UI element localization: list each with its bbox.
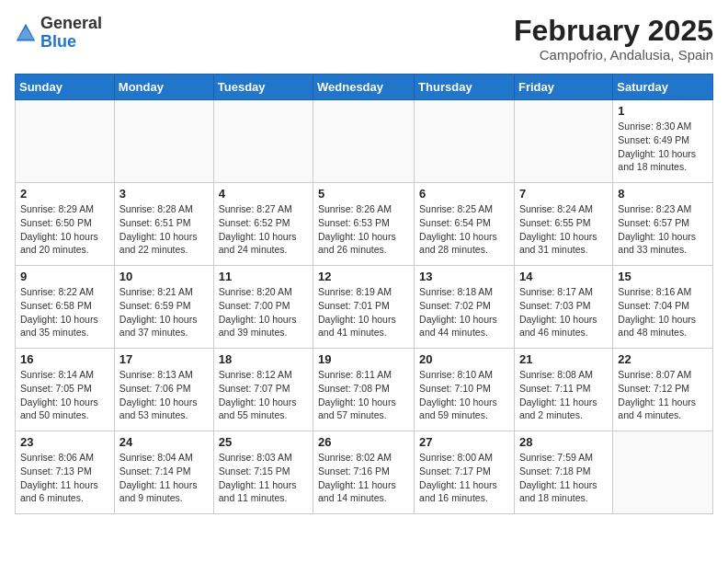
logo-blue: Blue: [40, 32, 76, 51]
day-number: 21: [519, 352, 608, 366]
calendar-subtitle: Campofrio, Andalusia, Spain: [514, 47, 713, 63]
day-number: 11: [219, 270, 308, 283]
day-info: Sunrise: 8:17 AM Sunset: 7:03 PM Dayligh…: [519, 285, 608, 339]
day-info: Sunrise: 8:23 AM Sunset: 6:57 PM Dayligh…: [618, 202, 708, 257]
day-info: Sunrise: 8:16 AM Sunset: 7:04 PM Dayligh…: [618, 285, 708, 339]
day-info: Sunrise: 8:11 AM Sunset: 7:08 PM Dayligh…: [318, 368, 409, 422]
day-info: Sunrise: 7:59 AM Sunset: 7:18 PM Dayligh…: [519, 451, 608, 505]
day-number: 6: [419, 187, 509, 201]
day-number: 1: [618, 104, 708, 118]
column-header-sunday: Sunday: [16, 75, 115, 100]
calendar-cell: 6Sunrise: 8:25 AM Sunset: 6:54 PM Daylig…: [415, 183, 515, 266]
day-info: Sunrise: 8:13 AM Sunset: 7:06 PM Dayligh…: [119, 368, 209, 422]
calendar-cell: 16Sunrise: 8:14 AM Sunset: 7:05 PM Dayli…: [16, 349, 115, 431]
calendar-title: February 2025: [514, 15, 713, 47]
day-number: 10: [119, 270, 209, 283]
day-number: 22: [618, 352, 708, 366]
calendar-header: SundayMondayTuesdayWednesdayThursdayFrid…: [16, 75, 713, 100]
column-header-saturday: Saturday: [613, 75, 713, 100]
day-info: Sunrise: 8:28 AM Sunset: 6:51 PM Dayligh…: [119, 202, 209, 257]
calendar-cell: 13Sunrise: 8:18 AM Sunset: 7:02 PM Dayli…: [415, 266, 515, 349]
calendar-body: 1Sunrise: 8:30 AM Sunset: 6:49 PM Daylig…: [16, 100, 713, 514]
calendar-cell: 26Sunrise: 8:02 AM Sunset: 7:16 PM Dayli…: [313, 431, 415, 514]
day-info: Sunrise: 8:12 AM Sunset: 7:07 PM Dayligh…: [219, 368, 308, 422]
week-row-4: 16Sunrise: 8:14 AM Sunset: 7:05 PM Dayli…: [16, 349, 713, 431]
svg-marker-1: [17, 27, 33, 40]
calendar-cell: [213, 100, 313, 183]
day-number: 19: [318, 352, 409, 366]
day-info: Sunrise: 8:20 AM Sunset: 7:00 PM Dayligh…: [219, 285, 308, 339]
logo-general: General: [40, 14, 102, 32]
day-number: 25: [219, 435, 308, 449]
calendar-table: SundayMondayTuesdayWednesdayThursdayFrid…: [15, 74, 713, 514]
calendar-cell: 20Sunrise: 8:10 AM Sunset: 7:10 PM Dayli…: [415, 349, 515, 431]
calendar-cell: 10Sunrise: 8:21 AM Sunset: 6:59 PM Dayli…: [114, 266, 213, 349]
calendar-cell: 12Sunrise: 8:19 AM Sunset: 7:01 PM Dayli…: [313, 266, 415, 349]
day-info: Sunrise: 8:18 AM Sunset: 7:02 PM Dayligh…: [419, 285, 509, 339]
header: General Blue February 2025 Campofrio, An…: [15, 15, 713, 63]
day-number: 4: [219, 187, 308, 201]
day-info: Sunrise: 8:25 AM Sunset: 6:54 PM Dayligh…: [419, 202, 509, 257]
calendar-cell: 24Sunrise: 8:04 AM Sunset: 7:14 PM Dayli…: [114, 431, 213, 514]
day-info: Sunrise: 8:29 AM Sunset: 6:50 PM Dayligh…: [20, 202, 109, 257]
day-info: Sunrise: 8:22 AM Sunset: 6:58 PM Dayligh…: [20, 285, 109, 339]
day-number: 27: [419, 435, 509, 449]
logo-icon: [15, 22, 37, 44]
day-number: 3: [119, 187, 209, 201]
calendar-cell: 27Sunrise: 8:00 AM Sunset: 7:17 PM Dayli…: [415, 431, 515, 514]
calendar-cell: [313, 100, 415, 183]
calendar-cell: 28Sunrise: 7:59 AM Sunset: 7:18 PM Dayli…: [514, 431, 612, 514]
column-header-monday: Monday: [114, 75, 213, 100]
day-number: 12: [318, 270, 409, 283]
calendar-cell: 14Sunrise: 8:17 AM Sunset: 7:03 PM Dayli…: [514, 266, 612, 349]
day-info: Sunrise: 8:21 AM Sunset: 6:59 PM Dayligh…: [119, 285, 209, 339]
calendar-cell: 25Sunrise: 8:03 AM Sunset: 7:15 PM Dayli…: [213, 431, 313, 514]
header-row: SundayMondayTuesdayWednesdayThursdayFrid…: [16, 75, 713, 100]
column-header-friday: Friday: [514, 75, 612, 100]
day-number: 13: [419, 270, 509, 283]
week-row-1: 1Sunrise: 8:30 AM Sunset: 6:49 PM Daylig…: [16, 100, 713, 183]
day-number: 20: [419, 352, 509, 366]
day-info: Sunrise: 8:00 AM Sunset: 7:17 PM Dayligh…: [419, 451, 509, 505]
calendar-cell: 1Sunrise: 8:30 AM Sunset: 6:49 PM Daylig…: [613, 100, 713, 183]
day-info: Sunrise: 8:26 AM Sunset: 6:53 PM Dayligh…: [318, 202, 409, 257]
day-info: Sunrise: 8:19 AM Sunset: 7:01 PM Dayligh…: [318, 285, 409, 339]
calendar-cell: 21Sunrise: 8:08 AM Sunset: 7:11 PM Dayli…: [514, 349, 612, 431]
calendar-cell: 18Sunrise: 8:12 AM Sunset: 7:07 PM Dayli…: [213, 349, 313, 431]
calendar-cell: 9Sunrise: 8:22 AM Sunset: 6:58 PM Daylig…: [16, 266, 115, 349]
day-number: 2: [20, 187, 109, 201]
column-header-thursday: Thursday: [415, 75, 515, 100]
calendar-cell: 23Sunrise: 8:06 AM Sunset: 7:13 PM Dayli…: [16, 431, 115, 514]
column-header-wednesday: Wednesday: [313, 75, 415, 100]
calendar-cell: 17Sunrise: 8:13 AM Sunset: 7:06 PM Dayli…: [114, 349, 213, 431]
calendar-cell: [514, 100, 612, 183]
day-number: 7: [519, 187, 608, 201]
day-number: 18: [219, 352, 308, 366]
day-number: 14: [519, 270, 608, 283]
calendar-cell: [415, 100, 515, 183]
day-number: 15: [618, 270, 708, 283]
day-info: Sunrise: 8:02 AM Sunset: 7:16 PM Dayligh…: [318, 451, 409, 505]
day-info: Sunrise: 8:30 AM Sunset: 6:49 PM Dayligh…: [618, 120, 708, 174]
calendar-cell: [16, 100, 115, 183]
day-info: Sunrise: 8:04 AM Sunset: 7:14 PM Dayligh…: [119, 451, 209, 505]
calendar-cell: 4Sunrise: 8:27 AM Sunset: 6:52 PM Daylig…: [213, 183, 313, 266]
week-row-2: 2Sunrise: 8:29 AM Sunset: 6:50 PM Daylig…: [16, 183, 713, 266]
logo-text: General Blue: [40, 15, 102, 52]
calendar-cell: 2Sunrise: 8:29 AM Sunset: 6:50 PM Daylig…: [16, 183, 115, 266]
week-row-3: 9Sunrise: 8:22 AM Sunset: 6:58 PM Daylig…: [16, 266, 713, 349]
day-info: Sunrise: 8:14 AM Sunset: 7:05 PM Dayligh…: [20, 368, 109, 422]
day-info: Sunrise: 8:24 AM Sunset: 6:55 PM Dayligh…: [519, 202, 608, 257]
week-row-5: 23Sunrise: 8:06 AM Sunset: 7:13 PM Dayli…: [16, 431, 713, 514]
day-number: 23: [20, 435, 109, 449]
day-info: Sunrise: 8:10 AM Sunset: 7:10 PM Dayligh…: [419, 368, 509, 422]
calendar-cell: 11Sunrise: 8:20 AM Sunset: 7:00 PM Dayli…: [213, 266, 313, 349]
day-info: Sunrise: 8:03 AM Sunset: 7:15 PM Dayligh…: [219, 451, 308, 505]
calendar-cell: 8Sunrise: 8:23 AM Sunset: 6:57 PM Daylig…: [613, 183, 713, 266]
day-info: Sunrise: 8:27 AM Sunset: 6:52 PM Dayligh…: [219, 202, 308, 257]
day-number: 26: [318, 435, 409, 449]
column-header-tuesday: Tuesday: [213, 75, 313, 100]
calendar-cell: 15Sunrise: 8:16 AM Sunset: 7:04 PM Dayli…: [613, 266, 713, 349]
calendar-cell: 3Sunrise: 8:28 AM Sunset: 6:51 PM Daylig…: [114, 183, 213, 266]
day-info: Sunrise: 8:06 AM Sunset: 7:13 PM Dayligh…: [20, 451, 109, 505]
